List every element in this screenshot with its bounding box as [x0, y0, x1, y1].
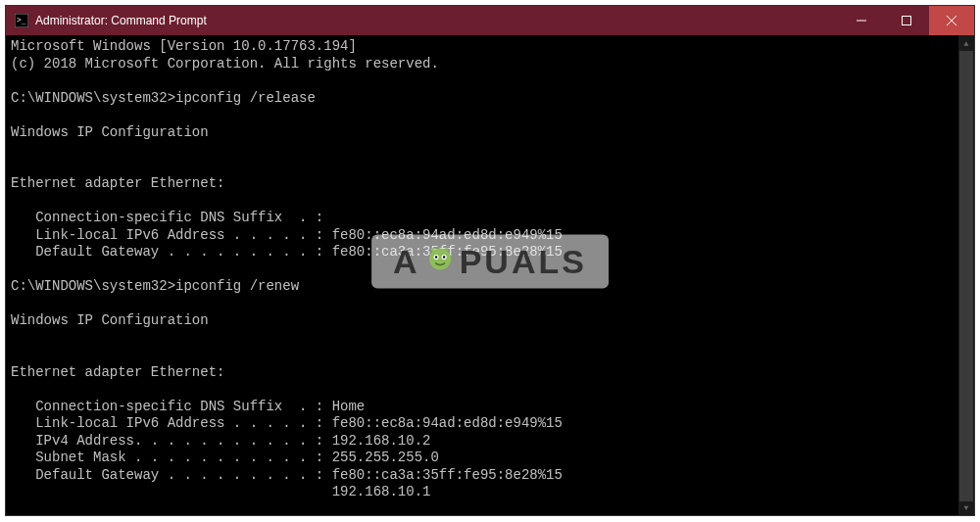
scrollbar-thumb[interactable] [959, 51, 973, 501]
version-line: Microsoft Windows [Version 10.0.17763.19… [11, 38, 357, 54]
subnet-mask-line: Subnet Mask . . . . . . . . . . . : 255.… [11, 450, 439, 465]
vertical-scrollbar[interactable]: ▲ ▼ [958, 35, 974, 515]
titlebar[interactable]: >_ Administrator: Command Prompt [6, 6, 974, 35]
svg-point-9 [434, 256, 436, 258]
adapter-header: Ethernet adapter Ethernet: [11, 175, 224, 191]
watermark-overlay: A PUALS [371, 234, 609, 288]
command-text: ipconfig /renew [175, 278, 299, 294]
svg-point-6 [429, 249, 451, 270]
watermark-mascot-icon [422, 244, 458, 279]
svg-point-10 [442, 256, 444, 258]
dns-suffix-line: Connection-specific DNS Suffix . : [11, 210, 323, 225]
scroll-down-arrow[interactable]: ▼ [958, 499, 974, 515]
scroll-up-arrow[interactable]: ▲ [958, 35, 974, 51]
watermark-text-prefix: A [393, 242, 420, 280]
svg-rect-3 [903, 17, 911, 25]
copyright-line: (c) 2018 Microsoft Corporation. All righ… [11, 56, 439, 71]
ipv6-address-line: Link-local IPv6 Address . . . . . : fe80… [11, 415, 563, 431]
maximize-button[interactable] [884, 6, 929, 35]
svg-text:>_: >_ [17, 16, 26, 24]
command-text: ipconfig /release [175, 90, 316, 106]
ipv4-address-line: IPv4 Address. . . . . . . . . . . : 192.… [11, 433, 430, 449]
watermark-text-suffix: PUALS [460, 242, 587, 280]
window-controls [839, 6, 974, 35]
window-title: Administrator: Command Prompt [35, 14, 839, 27]
gateway-line: Default Gateway . . . . . . . . . : fe80… [11, 467, 563, 483]
prompt-path: C:\WINDOWS\system32> [11, 278, 175, 294]
dns-suffix-line: Connection-specific DNS Suffix . : Home [11, 399, 365, 414]
section-header: Windows IP Configuration [11, 312, 209, 328]
close-button[interactable] [929, 6, 974, 35]
gateway-line-2: 192.168.10.1 [11, 484, 430, 499]
section-header: Windows IP Configuration [11, 124, 209, 140]
cmd-icon: >_ [14, 13, 29, 28]
adapter-header: Ethernet adapter Ethernet: [11, 364, 224, 380]
prompt-path: C:\WINDOWS\system32> [11, 90, 175, 106]
minimize-button[interactable] [839, 6, 884, 35]
